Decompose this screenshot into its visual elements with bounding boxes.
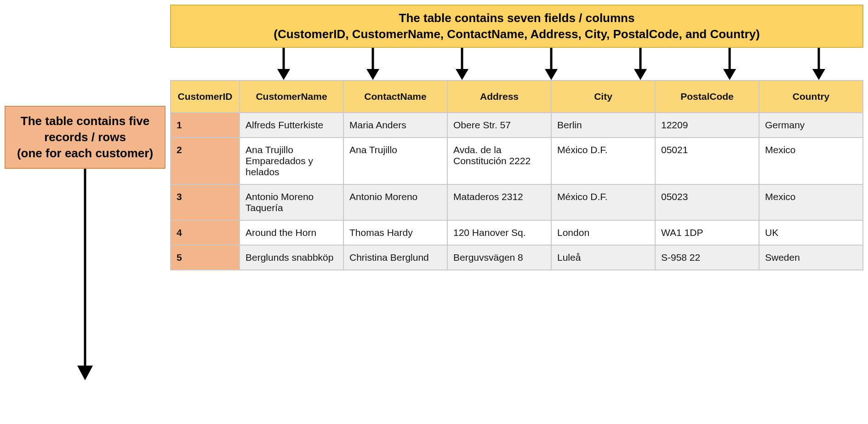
columns-callout-line2: (CustomerID, CustomerName, ContactName, … <box>175 26 859 42</box>
cell-address: 120 Hanover Sq. <box>447 220 551 245</box>
rows-callout-line2: records / rows <box>8 129 162 145</box>
cell-country: Mexico <box>759 138 863 184</box>
customers-table: CustomerID CustomerName ContactName Addr… <box>170 80 863 270</box>
cell-city: Luleå <box>551 245 655 270</box>
svg-marker-1 <box>77 366 93 380</box>
table-row: 2 Ana Trujillo Emparedados y helados Ana… <box>171 138 863 184</box>
cell-postalcode: S-958 22 <box>655 245 759 270</box>
cell-city: Berlin <box>551 113 655 138</box>
arrow-down-icon <box>328 48 417 80</box>
cell-postalcode: WA1 1DP <box>655 220 759 245</box>
cell-country: UK <box>759 220 863 245</box>
cell-address: Mataderos 2312 <box>447 184 551 220</box>
rows-arrow <box>5 169 166 382</box>
cell-customername: Berglunds snabbköp <box>240 245 343 270</box>
rows-callout-line3: (one for each customer) <box>8 145 162 161</box>
arrow-down-icon <box>239 48 328 80</box>
cell-customerid: 3 <box>171 184 240 220</box>
cell-address: Obere Str. 57 <box>447 113 551 138</box>
cell-city: México D.F. <box>551 138 655 184</box>
table-row: 4 Around the Horn Thomas Hardy 120 Hanov… <box>171 220 863 245</box>
cell-customername: Ana Trujillo Emparedados y helados <box>240 138 343 184</box>
arrow-down-icon <box>685 48 774 80</box>
column-arrows <box>170 48 863 80</box>
arrow-down-icon <box>74 169 97 380</box>
column-header: Country <box>759 80 863 113</box>
cell-customername: Around the Horn <box>240 220 343 245</box>
svg-marker-5 <box>366 69 379 80</box>
rows-callout: The table contains five records / rows (… <box>5 106 166 169</box>
cell-country: Germany <box>759 113 863 138</box>
columns-callout-line1: The table contains seven fields / column… <box>175 10 859 26</box>
svg-marker-15 <box>812 69 825 80</box>
arrow-down-icon <box>774 48 863 80</box>
column-header: ContactName <box>343 80 447 113</box>
cell-postalcode: 05023 <box>655 184 759 220</box>
cell-address: Berguvsvägen 8 <box>447 245 551 270</box>
arrow-down-icon <box>596 48 685 80</box>
arrow-down-icon <box>417 48 507 80</box>
column-header: City <box>551 80 655 113</box>
cell-country: Mexico <box>759 184 863 220</box>
svg-marker-9 <box>545 69 558 80</box>
column-header: PostalCode <box>655 80 759 113</box>
column-header: CustomerID <box>171 80 240 113</box>
svg-marker-11 <box>634 69 647 80</box>
cell-contactname: Antonio Moreno <box>343 184 447 220</box>
table-header-row: CustomerID CustomerName ContactName Addr… <box>171 80 863 113</box>
columns-callout: The table contains seven fields / column… <box>170 5 863 48</box>
cell-customerid: 5 <box>171 245 240 270</box>
cell-customerid: 2 <box>171 138 240 184</box>
cell-city: México D.F. <box>551 184 655 220</box>
cell-contactname: Maria Anders <box>343 113 447 138</box>
cell-postalcode: 05021 <box>655 138 759 184</box>
cell-postalcode: 12209 <box>655 113 759 138</box>
cell-customerid: 1 <box>171 113 240 138</box>
cell-customername: Alfreds Futterkiste <box>240 113 343 138</box>
table-row: 1 Alfreds Futterkiste Maria Anders Obere… <box>171 113 863 138</box>
cell-contactname: Christina Berglund <box>343 245 447 270</box>
arrow-down-icon <box>507 48 596 80</box>
column-header: Address <box>447 80 551 113</box>
table-row: 5 Berglunds snabbköp Christina Berglund … <box>171 245 863 270</box>
svg-marker-7 <box>456 69 468 80</box>
cell-city: London <box>551 220 655 245</box>
svg-marker-13 <box>723 69 736 80</box>
table-row: 3 Antonio Moreno Taquería Antonio Moreno… <box>171 184 863 220</box>
cell-country: Sweden <box>759 245 863 270</box>
column-header: CustomerName <box>240 80 343 113</box>
cell-customername: Antonio Moreno Taquería <box>240 184 343 220</box>
cell-address: Avda. de la Constitución 2222 <box>447 138 551 184</box>
rows-callout-line1: The table contains five <box>8 113 162 129</box>
cell-contactname: Ana Trujillo <box>343 138 447 184</box>
svg-marker-3 <box>277 69 290 80</box>
cell-contactname: Thomas Hardy <box>343 220 447 245</box>
cell-customerid: 4 <box>171 220 240 245</box>
